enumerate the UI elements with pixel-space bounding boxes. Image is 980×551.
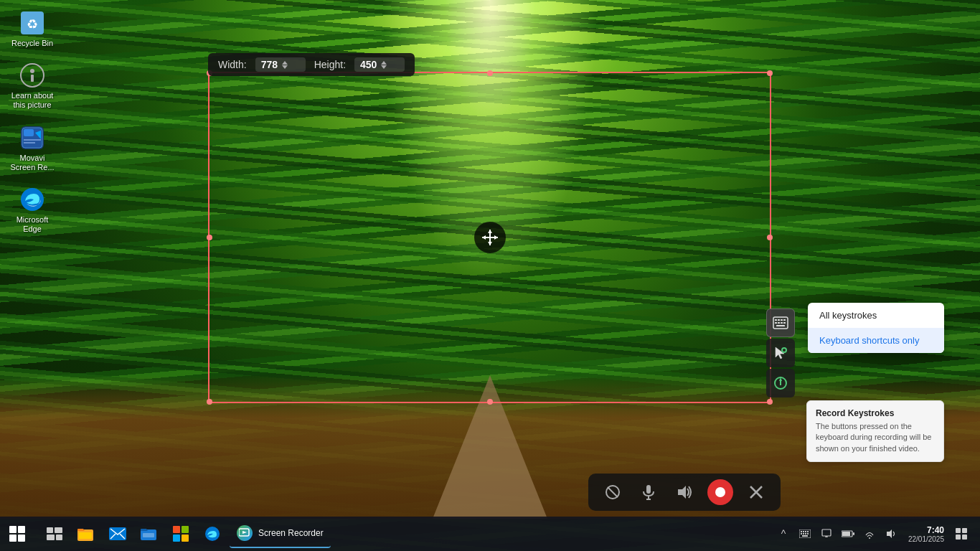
learn-picture-label: Learn about this picture [10,91,55,110]
svg-rect-60 [801,531,802,532]
taskbar-edge[interactable] [198,519,227,548]
resize-handle-bottommid[interactable] [487,399,493,405]
move-cursor-icon[interactable] [474,222,506,253]
recording-toolbar [588,474,781,511]
svg-rect-52 [173,526,180,533]
taskbar-mail[interactable] [103,519,132,548]
disable-button[interactable] [600,479,626,505]
desktop-icon-edge[interactable]: Microsoft Edge [7,184,57,237]
svg-rect-7 [24,129,34,136]
svg-rect-33 [781,322,783,324]
svg-rect-65 [803,533,804,534]
start-button[interactable] [0,517,34,551]
svg-rect-63 [807,531,809,532]
svg-point-11 [21,188,44,211]
width-label: Width: [218,59,247,70]
edge-icon [19,187,45,212]
taskbar: Screen Recorder ^ [0,517,980,551]
record-button[interactable] [707,479,733,505]
svg-rect-44 [56,534,62,540]
svg-rect-66 [805,533,806,534]
svg-marker-58 [242,531,247,534]
svg-line-19 [608,487,618,497]
height-input-box[interactable]: 450 [354,57,405,72]
svg-rect-74 [853,532,854,535]
resize-handle-topright[interactable] [767,70,773,76]
svg-rect-31 [775,322,777,324]
taskbar-file-explorer[interactable] [72,519,100,548]
keyboard-shortcuts-option[interactable]: Keyboard shortcuts only [808,328,944,353]
resize-handle-bottomleft[interactable] [207,399,212,405]
close-capture-button[interactable] [743,479,769,505]
svg-rect-67 [807,533,809,534]
svg-rect-9 [24,139,41,141]
width-value: 778 [261,59,278,70]
svg-marker-23 [678,486,686,499]
tray-battery[interactable] [838,524,858,544]
notification-center-button[interactable] [951,524,971,544]
resize-handle-bottomright[interactable] [767,399,773,405]
taskbar-explorer2[interactable] [135,519,164,548]
svg-rect-30 [783,319,786,321]
learn-picture-icon [19,62,45,88]
svg-point-75 [869,537,870,539]
tray-chevron[interactable]: ^ [773,524,793,544]
desktop-icons-container: ♻ Recycle Bin Learn about this picture [7,7,57,237]
desktop-icon-movavi[interactable]: Movavi Screen Re... [7,122,57,175]
tray-network[interactable] [859,524,880,544]
height-label: Height: [314,59,346,70]
svg-text:♻: ♻ [27,17,38,32]
keyboard-button[interactable] [766,309,795,337]
keystroke-dropdown-menu: All keystrokes Keyboard shortcuts only [808,303,944,353]
desktop-icon-recycle-bin[interactable]: ♻ Recycle Bin [7,7,57,51]
svg-rect-78 [962,528,967,533]
side-panel [766,309,795,397]
speaker-button[interactable] [672,479,697,505]
svg-rect-46 [79,532,92,539]
resize-handle-midright[interactable] [767,235,773,240]
tray-monitor[interactable] [816,524,837,544]
capture-selection-box[interactable] [208,72,771,403]
taskbar-clock[interactable]: 7:40 22/01/2025 [905,525,947,543]
width-decrease[interactable] [282,65,288,69]
svg-rect-54 [173,534,180,542]
width-arrows[interactable] [282,61,288,69]
svg-rect-69 [822,529,831,536]
desktop-icon-learn-picture[interactable]: Learn about this picture [7,60,57,113]
resize-handle-midleft[interactable] [207,235,212,240]
height-increase[interactable] [381,61,387,65]
svg-marker-76 [887,529,892,538]
svg-rect-64 [801,533,802,534]
svg-rect-79 [956,534,961,540]
record-keystrokes-tooltip: Record Keystrokes The buttons pressed on… [806,400,944,462]
svg-rect-62 [805,531,806,532]
svg-rect-43 [47,534,55,540]
screen-recorder-label: Screen Recorder [258,528,324,538]
svg-rect-34 [783,322,786,324]
record-keystrokes-button[interactable] [766,369,795,397]
taskbar-msstore[interactable] [166,519,195,548]
clock-time: 7:40 [908,525,944,535]
svg-rect-73 [842,532,850,536]
svg-rect-42 [55,527,62,533]
height-arrows[interactable] [381,61,387,69]
all-keystrokes-option[interactable]: All keystrokes [808,303,944,328]
cursor-display-button[interactable] [766,339,795,367]
svg-rect-32 [778,322,780,324]
svg-point-37 [782,348,786,352]
svg-point-56 [205,527,220,541]
svg-point-3 [30,69,34,73]
svg-rect-68 [802,535,808,537]
taskbar-screen-recorder[interactable]: Screen Recorder [230,519,331,548]
mic-button[interactable] [636,479,661,505]
width-input-box[interactable]: 778 [255,57,306,72]
tray-keyboard[interactable] [795,524,815,544]
taskbar-items: Screen Recorder [34,519,773,548]
svg-rect-27 [775,319,777,321]
taskbar-task-view[interactable] [40,519,69,548]
tray-volume[interactable] [881,524,901,544]
width-increase[interactable] [282,61,288,65]
resize-handle-topmid[interactable] [487,70,493,76]
height-decrease[interactable] [381,65,387,69]
svg-rect-80 [962,534,967,540]
